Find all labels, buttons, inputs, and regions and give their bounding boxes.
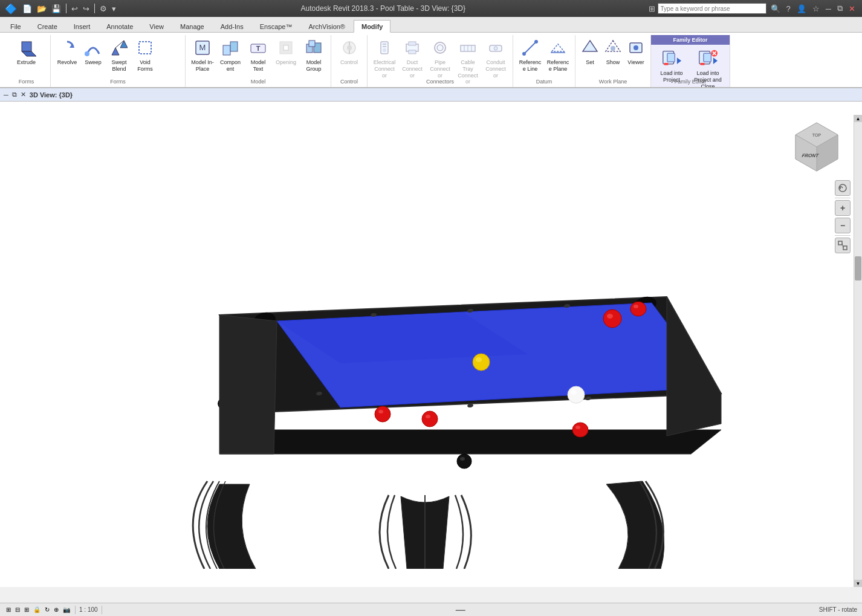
- tab-create[interactable]: Create: [30, 20, 65, 32]
- star-btn[interactable]: ☆: [811, 4, 821, 13]
- revolve-label: Revolve: [57, 59, 77, 66]
- group-family-editor: Family Editor Load into Project: [651, 35, 730, 87]
- status-btn3[interactable]: ⊞: [23, 606, 30, 613]
- tab-modify[interactable]: Modify: [354, 20, 390, 33]
- workplane-label: Work Plane: [575, 79, 650, 85]
- show-workplane-btn[interactable]: Show: [602, 35, 624, 73]
- zoom-out-btn[interactable]: −: [835, 218, 851, 233]
- search-btn[interactable]: 🔍: [769, 4, 782, 13]
- status-icons: ⊞ ⊟ ⊞ 🔒 ↻ ⊕ 📷: [5, 606, 71, 613]
- opening-label: Opening: [276, 59, 296, 66]
- scroll-down-btn[interactable]: ▼: [854, 580, 862, 587]
- status-bar: ⊞ ⊟ ⊞ 🔒 ↻ ⊕ 📷 1 : 100 — SHIFT - rotate: [0, 603, 862, 616]
- status-btn6[interactable]: ⊕: [53, 606, 60, 613]
- component-label: Component: [219, 59, 242, 73]
- svg-marker-41: [552, 44, 564, 51]
- group-forms-2: Revolve Sweep Swept Blend Void Forms: [51, 35, 186, 87]
- restore-btn[interactable]: ⧉: [835, 4, 844, 13]
- minimize-viewport-icon[interactable]: ─: [4, 91, 8, 99]
- close-viewport-icon[interactable]: ✕: [21, 91, 26, 99]
- viewport-title: 3D View: {3D}: [30, 91, 858, 99]
- status-view-btn[interactable]: ⊞: [5, 606, 12, 613]
- tab-archvision[interactable]: ArchVision®: [300, 20, 352, 32]
- void-forms-btn[interactable]: Void Forms: [132, 35, 158, 74]
- model-text-btn[interactable]: T Model Text: [245, 35, 271, 74]
- open-btn[interactable]: 📂: [35, 4, 48, 13]
- ribbon-tabs: File Create Insert Annotate View Manage …: [0, 17, 862, 33]
- svg-point-26: [383, 48, 386, 52]
- expand-icon: ⊞: [649, 4, 655, 13]
- zoom-fit-btn[interactable]: [835, 238, 851, 253]
- status-btn7[interactable]: 📷: [62, 606, 71, 613]
- set-workplane-btn[interactable]: Set: [579, 35, 601, 73]
- undo-btn[interactable]: ↩: [70, 4, 80, 13]
- revolve-btn[interactable]: Revolve: [54, 35, 80, 73]
- family-editor-label: Family Editor: [651, 79, 730, 85]
- tab-enscape[interactable]: Enscape™: [252, 20, 300, 32]
- svg-point-76: [607, 314, 613, 319]
- svg-point-84: [571, 390, 577, 395]
- model-text-icon: T: [248, 38, 268, 57]
- svg-line-38: [524, 42, 536, 54]
- status-btn2[interactable]: ⊟: [14, 606, 21, 613]
- search-input[interactable]: [658, 3, 766, 14]
- help-btn[interactable]: ?: [785, 4, 792, 13]
- save-btn[interactable]: 💾: [50, 4, 63, 13]
- tab-annotate[interactable]: Annotate: [99, 20, 141, 32]
- status-btn4[interactable]: 🔒: [32, 606, 42, 613]
- view-cube[interactable]: FRONT TOP: [789, 120, 844, 174]
- svg-point-91: [457, 454, 472, 468]
- vertical-scrollbar[interactable]: ▲ ▼: [854, 115, 862, 587]
- duct-connector-label: Duct Connector: [401, 59, 424, 79]
- orbit-btn[interactable]: [835, 180, 851, 196]
- tab-file[interactable]: File: [2, 20, 29, 32]
- tab-add-ins[interactable]: Add-Ins: [213, 20, 251, 32]
- user-btn[interactable]: 👤: [795, 4, 808, 13]
- zoom-in-btn[interactable]: +: [835, 200, 851, 216]
- svg-point-40: [534, 40, 538, 44]
- sweep-btn[interactable]: Sweep: [80, 35, 106, 73]
- svg-point-39: [522, 52, 526, 56]
- group-workplane: Set Show Viewer Work Plane: [575, 35, 651, 87]
- new-btn[interactable]: 📄: [21, 4, 34, 13]
- svg-point-79: [375, 406, 390, 422]
- tab-insert[interactable]: Insert: [66, 20, 99, 32]
- svg-point-85: [630, 302, 646, 316]
- viewer-btn[interactable]: Viewer: [625, 35, 647, 73]
- sweep-label: Sweep: [85, 59, 102, 66]
- svg-point-77: [473, 354, 490, 371]
- settings-btn[interactable]: ⚙: [98, 4, 109, 13]
- model-group-btn[interactable]: Model Group: [300, 35, 327, 74]
- group-model: M Model In-Place Component T Model Text: [186, 35, 331, 87]
- reference-plane-btn[interactable]: Reference Plane: [545, 35, 571, 74]
- swept-blend-btn[interactable]: Swept Blend: [106, 35, 132, 74]
- svg-point-3: [85, 51, 89, 56]
- svg-rect-104: [843, 246, 847, 250]
- main-viewport[interactable]: FRONT TOP + − ▲ ▼: [0, 102, 862, 587]
- redo-btn[interactable]: ↪: [81, 4, 91, 13]
- forms-label: Forms: [2, 79, 50, 85]
- tab-view[interactable]: View: [141, 20, 172, 32]
- model-group-icon: [304, 38, 323, 57]
- scroll-thumb[interactable]: [855, 256, 861, 280]
- component-btn[interactable]: Component: [217, 35, 244, 74]
- svg-point-78: [476, 357, 482, 362]
- restore-viewport-icon[interactable]: ⧉: [12, 91, 17, 99]
- reference-line-btn[interactable]: Reference Line: [517, 35, 543, 74]
- dropdown-btn[interactable]: ▾: [110, 4, 118, 13]
- model-in-place-btn[interactable]: M Model In-Place: [189, 35, 216, 74]
- scroll-up-btn[interactable]: ▲: [854, 115, 862, 122]
- close-btn[interactable]: ✕: [847, 4, 857, 13]
- show-workplane-icon: [603, 38, 623, 57]
- svg-point-81: [422, 411, 438, 427]
- duct-connector-icon: [403, 38, 422, 57]
- svg-marker-1: [22, 51, 36, 56]
- void-forms-label: Void Forms: [134, 59, 156, 73]
- status-btn5[interactable]: ↻: [44, 606, 51, 613]
- revit-logo-icon: 🔷: [5, 3, 17, 15]
- opening-icon: [276, 38, 296, 57]
- reference-plane-icon: [548, 38, 568, 57]
- tab-manage[interactable]: Manage: [172, 20, 212, 32]
- extrude-btn[interactable]: Extrude: [13, 35, 40, 73]
- minimize-btn[interactable]: ─: [824, 4, 833, 13]
